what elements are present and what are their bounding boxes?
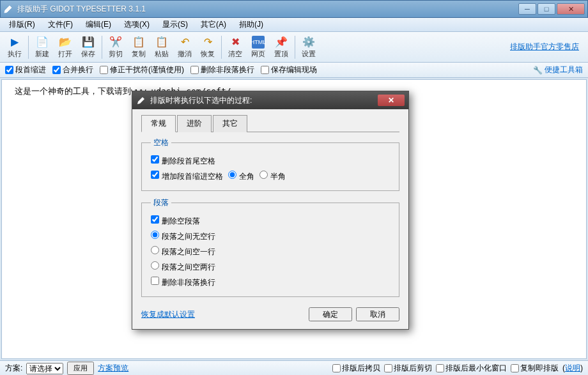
opt-indent[interactable]: 段首缩进 bbox=[5, 65, 46, 75]
open-button[interactable]: 📂打开 bbox=[54, 34, 76, 60]
opt-fix[interactable]: 修正干扰符(谨慎使用) bbox=[100, 65, 184, 75]
undo-button[interactable]: ↶撤消 bbox=[174, 34, 196, 60]
tab-advanced[interactable]: 进阶 bbox=[177, 115, 212, 132]
dialog-title: 排版时将执行以下选中的过程: bbox=[150, 95, 378, 106]
opt-fix-check[interactable] bbox=[100, 66, 108, 74]
scheme-label: 方案: bbox=[5, 363, 22, 374]
bottom-bar: 方案: 请选择 应用 方案预览 排版后拷贝 排版后剪切 排版后最小化窗口 复制即… bbox=[0, 360, 588, 375]
tab-normal[interactable]: 常规 bbox=[141, 115, 176, 132]
toolbox-link[interactable]: 🔧便捷工具箱 bbox=[533, 65, 583, 75]
chk-delnonpara[interactable]: 删除非段落换行 bbox=[151, 277, 215, 288]
clear-button[interactable]: ✖清空 bbox=[224, 34, 246, 60]
radio-fullwidth[interactable]: 全角 bbox=[228, 171, 254, 182]
opt-copytype[interactable]: 复制即排版 bbox=[511, 363, 559, 374]
dialog-titlebar: 排版时将执行以下选中的过程: ✕ bbox=[132, 91, 408, 109]
new-button[interactable]: 📄新建 bbox=[31, 34, 53, 60]
ok-button[interactable]: 确定 bbox=[309, 307, 352, 321]
gear-icon: ⚙️ bbox=[302, 36, 315, 49]
dialog-tabs: 常规 进阶 其它 bbox=[141, 114, 399, 132]
new-icon: 📄 bbox=[36, 36, 49, 49]
opt-merge-check[interactable] bbox=[52, 66, 61, 74]
opt-cutafter[interactable]: 排版后剪切 bbox=[384, 363, 432, 374]
radio-noblank[interactable]: 段落之间无空行 bbox=[151, 231, 215, 242]
toolbar: ▶执行 📄新建 📂打开 💾保存 ✂️剪切 📋复制 📋粘贴 ↶撤消 ↷恢复 ✖清空… bbox=[0, 32, 588, 63]
top-button[interactable]: 📌置顶 bbox=[270, 34, 292, 60]
paste-button[interactable]: 📋粘贴 bbox=[151, 34, 173, 60]
shop-link[interactable]: 排版助手官方零售店 bbox=[510, 42, 584, 52]
redo-icon: ↷ bbox=[201, 36, 214, 49]
redo-button[interactable]: ↷恢复 bbox=[197, 34, 219, 60]
dialog-icon bbox=[136, 95, 146, 105]
preview-link[interactable]: 方案预览 bbox=[98, 363, 128, 374]
menu-other[interactable]: 其它(A) bbox=[196, 18, 231, 31]
cut-icon: ✂️ bbox=[109, 36, 122, 49]
menu-edit[interactable]: 编辑(E) bbox=[81, 18, 116, 31]
menu-donate[interactable]: 捐助(J) bbox=[234, 18, 268, 31]
radio-oneblank[interactable]: 段落之间空一行 bbox=[151, 246, 215, 257]
pin-icon: 📌 bbox=[275, 36, 288, 49]
settings-dialog: 排版时将执行以下选中的过程: ✕ 常规 进阶 其它 空格 删除段首尾空格 增加段… bbox=[132, 91, 409, 330]
play-icon: ▶ bbox=[8, 36, 21, 49]
tab-other[interactable]: 其它 bbox=[213, 115, 247, 132]
para-group: 段落 删除空段落 段落之间无空行 段落之间空一行 段落之间空两行 删除非段落换行 bbox=[141, 197, 399, 297]
apply-button[interactable]: 应用 bbox=[67, 362, 94, 375]
menu-file[interactable]: 文件(F) bbox=[43, 18, 78, 31]
title-bar: 排版助手 GIDOT TYPESETTER 3.1.1 ─ □ ✕ bbox=[0, 0, 588, 18]
radio-halfwidth[interactable]: 半角 bbox=[259, 171, 286, 182]
opt-delnonpara[interactable]: 删除非段落换行 bbox=[190, 65, 254, 75]
clear-icon: ✖ bbox=[229, 36, 242, 49]
run-button[interactable]: ▶执行 bbox=[4, 34, 26, 60]
opt-delnonpara-check[interactable] bbox=[190, 66, 199, 74]
restore-defaults-link[interactable]: 恢复成默认设置 bbox=[141, 309, 195, 320]
app-icon bbox=[3, 4, 13, 14]
para-legend: 段落 bbox=[151, 197, 171, 208]
space-legend: 空格 bbox=[151, 137, 171, 148]
opt-merge[interactable]: 合并换行 bbox=[52, 65, 93, 75]
cancel-button[interactable]: 取消 bbox=[356, 307, 399, 321]
paste-icon: 📋 bbox=[155, 36, 168, 49]
opt-copyafter[interactable]: 排版后拷贝 bbox=[332, 363, 380, 374]
opt-indent-check[interactable] bbox=[5, 66, 13, 74]
opt-minafter[interactable]: 排版后最小化窗口 bbox=[436, 363, 507, 374]
chk-trimends[interactable]: 删除段首尾空格 bbox=[151, 155, 215, 167]
chk-addindent[interactable]: 增加段首缩进空格 bbox=[151, 171, 223, 182]
web-button[interactable]: HTML网页 bbox=[247, 34, 269, 60]
settings-button[interactable]: ⚙️设置 bbox=[298, 34, 320, 60]
maximize-button[interactable]: □ bbox=[538, 3, 555, 15]
explain-link[interactable]: 说明 bbox=[565, 364, 580, 372]
wrench-icon: 🔧 bbox=[533, 66, 543, 75]
menu-typeset[interactable]: 排版(R) bbox=[4, 18, 40, 31]
chk-delempty[interactable]: 删除空段落 bbox=[151, 215, 200, 227]
menu-display[interactable]: 显示(S) bbox=[157, 18, 193, 31]
options-bar: 段首缩进 合并换行 修正干扰符(谨慎使用) 删除非段落换行 保存编辑现场 🔧便捷… bbox=[0, 63, 588, 78]
save-icon: 💾 bbox=[82, 36, 95, 49]
window-title: 排版助手 GIDOT TYPESETTER 3.1.1 bbox=[17, 4, 518, 15]
copy-button[interactable]: 📋复制 bbox=[128, 34, 150, 60]
copy-icon: 📋 bbox=[132, 36, 145, 49]
space-group: 空格 删除段首尾空格 增加段首缩进空格 全角 半角 bbox=[141, 137, 399, 191]
cut-button[interactable]: ✂️剪切 bbox=[105, 34, 127, 60]
undo-icon: ↶ bbox=[178, 36, 191, 49]
opt-savescene-check[interactable] bbox=[261, 66, 269, 74]
menu-options[interactable]: 选项(X) bbox=[119, 18, 155, 31]
opt-savescene[interactable]: 保存编辑现场 bbox=[261, 65, 317, 75]
dialog-close-button[interactable]: ✕ bbox=[378, 95, 405, 106]
web-icon: HTML bbox=[252, 36, 265, 49]
open-icon: 📂 bbox=[59, 36, 72, 49]
radio-twoblank[interactable]: 段落之间空两行 bbox=[151, 261, 215, 273]
menu-bar: 排版(R) 文件(F) 编辑(E) 选项(X) 显示(S) 其它(A) 捐助(J… bbox=[0, 18, 588, 32]
minimize-button[interactable]: ─ bbox=[518, 3, 536, 15]
close-button[interactable]: ✕ bbox=[557, 3, 585, 15]
save-button[interactable]: 💾保存 bbox=[77, 34, 99, 60]
scheme-select[interactable]: 请选择 bbox=[26, 363, 63, 374]
